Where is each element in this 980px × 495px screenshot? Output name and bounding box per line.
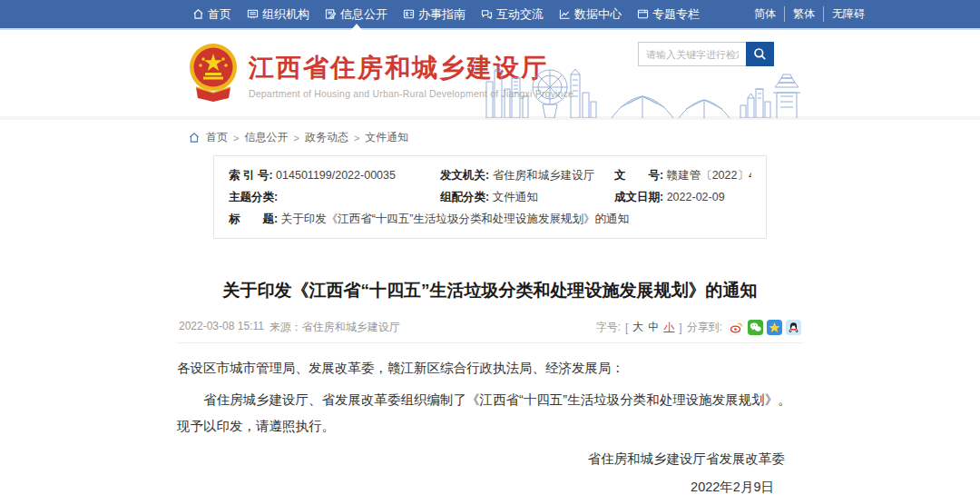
city-skyline-illustration — [485, 65, 802, 118]
meta-topic-category: 主题分类: — [229, 186, 440, 208]
share-icons — [729, 320, 801, 335]
nav-item-label: 互动交流 — [496, 6, 544, 23]
nav-item-service-guide[interactable]: 办事指南 — [403, 0, 466, 28]
lang-accessibility[interactable]: 无障碍 — [823, 6, 873, 22]
font-size-medium-button[interactable]: 中 — [648, 320, 659, 335]
font-size-large-button[interactable]: 大 — [632, 320, 643, 335]
info-disclosure-icon — [325, 8, 337, 20]
breadcrumb-gov-news[interactable]: 政务动态 — [305, 130, 348, 145]
search-icon — [753, 47, 767, 61]
language-switch: 简体 繁体 无障碍 — [746, 0, 873, 28]
document-meta-box: 索 引 号: 014501199/2022-00035 发文机关: 省住房和城乡… — [213, 155, 767, 239]
article-paragraph-salutation: 各设区市城市管理局、发展改革委，赣江新区综合行政执法局、经济发展局： — [177, 356, 803, 380]
active-nav-indicator — [351, 24, 362, 30]
article-meta-left: 2022-03-08 15:11 来源：省住房和城乡建设厅 — [179, 320, 400, 335]
meta-issuing-agency: 发文机关: 省住房和城乡建设厅 — [440, 164, 614, 186]
nav-item-label: 专题专栏 — [652, 6, 700, 23]
lang-traditional[interactable]: 繁体 — [784, 6, 823, 22]
breadcrumb-separator: > — [233, 133, 239, 144]
meta-index-number: 索 引 号: 014501199/2022-00035 — [229, 164, 440, 186]
publish-date: 2022-03-08 15:11 — [179, 320, 264, 335]
article-paragraph-main: 省住房城乡建设厅、省发展改革委组织编制了《江西省“十四五”生活垃圾分类和处理设施… — [177, 387, 803, 440]
nav-item-special-column[interactable]: 专题专栏 — [637, 0, 700, 28]
org-icon — [247, 8, 259, 20]
nav-item-interaction[interactable]: 互动交流 — [481, 0, 544, 28]
site-header: 江西省住房和城乡建设厅 Department of Housing and Ur… — [0, 30, 980, 120]
nav-item-data-center[interactable]: 数据中心 — [559, 0, 622, 28]
qq-icon[interactable] — [786, 320, 801, 335]
wechat-icon[interactable] — [748, 320, 763, 335]
qzone-icon[interactable] — [767, 320, 782, 335]
meta-document-number: 文 号: 赣建管〔2022〕4号 — [614, 164, 751, 186]
font-size-small-button[interactable]: 小 — [663, 320, 674, 335]
nav-item-organization[interactable]: 组织机构 — [247, 0, 309, 28]
home-icon — [192, 8, 204, 20]
main-content: 首页 > 信息公开 > 政务动态 > 文件通知 索 引 号: 014501199… — [177, 130, 803, 495]
nav-item-label: 首页 — [208, 6, 231, 23]
top-navigation-bar: 首页 组织机构 信息公开 办事指南 互动交流 数据中心 专题专栏 简体 — [0, 0, 980, 30]
nav-items: 首页 组织机构 信息公开 办事指南 互动交流 数据中心 专题专栏 — [192, 0, 700, 28]
article-meta-row: 2022-03-08 15:11 来源：省住房和城乡建设厅 字号: [ 大 中 … — [177, 320, 803, 335]
breadcrumb: 首页 > 信息公开 > 政务动态 > 文件通知 — [177, 130, 803, 145]
nav-item-info-disclosure[interactable]: 信息公开 — [325, 0, 387, 28]
breadcrumb-separator: > — [354, 133, 359, 144]
breadcrumb-file-notice[interactable]: 文件通知 — [365, 130, 408, 145]
meta-document-title: 标 题: 关于印发《江西省“十四五”生活垃圾分类和处理设施发展规划》的通知 — [229, 208, 751, 230]
search-button[interactable] — [746, 42, 774, 66]
breadcrumb-home-icon — [188, 132, 201, 144]
font-size-bracket: [ — [625, 322, 628, 334]
nav-item-label: 数据中心 — [574, 6, 622, 23]
article-title: 关于印发《江西省“十四五”生活垃圾分类和处理设施发展规划》的通知 — [177, 279, 803, 302]
lang-simplified[interactable]: 简体 — [746, 6, 784, 22]
search-bar — [638, 42, 774, 66]
content-divider — [177, 342, 803, 343]
meta-written-date: 成文日期: 2022-02-09 — [614, 186, 751, 208]
breadcrumb-separator: > — [293, 133, 299, 144]
meta-group-category: 组配分类: 文件通知 — [440, 186, 614, 208]
national-emblem-icon — [185, 42, 241, 107]
breadcrumb-home[interactable]: 首页 — [206, 130, 228, 145]
share-label: 分享到: — [687, 320, 722, 335]
search-input[interactable] — [638, 42, 746, 66]
article-signature: 省住房和城乡建设厅省发展改革委 — [177, 448, 803, 470]
data-center-icon — [559, 8, 571, 20]
special-column-icon — [637, 8, 649, 20]
font-size-label: 字号: — [596, 320, 621, 335]
weibo-icon[interactable] — [729, 320, 744, 335]
article-sign-date: 2022年2月9日 — [177, 476, 803, 495]
article-source: 来源：省住房和城乡建设厅 — [270, 320, 400, 335]
nav-item-home[interactable]: 首页 — [192, 0, 231, 28]
nav-item-label: 办事指南 — [418, 6, 466, 23]
breadcrumb-info-disclosure[interactable]: 信息公开 — [244, 130, 288, 145]
article-body: 各设区市城市管理局、发展改革委，赣江新区综合行政执法局、经济发展局： 省住房城乡… — [177, 356, 803, 495]
service-guide-icon — [403, 8, 415, 20]
font-size-bracket: ] — [679, 322, 681, 334]
nav-item-label: 信息公开 — [340, 6, 387, 23]
nav-item-label: 组织机构 — [262, 6, 309, 23]
article-meta-right: 字号: [ 大 中 小 ] 分享到: — [596, 320, 801, 335]
interaction-icon — [481, 8, 493, 20]
